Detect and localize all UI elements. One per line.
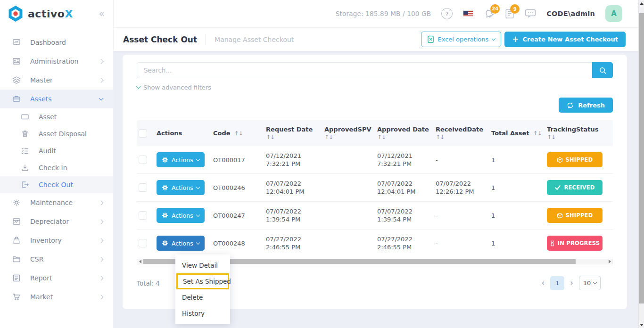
sidebar-item-maintenance[interactable]: Maintenance [0, 193, 113, 212]
trash-icon [21, 130, 29, 138]
sidebar-item-csr[interactable]: CSR [0, 250, 113, 269]
gear-icon [162, 156, 168, 163]
sidebar-item-asset-disposal[interactable]: Asset Disposal [0, 125, 113, 142]
sort-icon: ↑↓ [377, 134, 386, 140]
sort-icon: ↑↓ [234, 130, 243, 137]
excel-operations-button[interactable]: Excel operations [421, 32, 502, 47]
context-menu-item[interactable]: View Detail [175, 257, 230, 273]
notifications-button[interactable]: 24 [484, 8, 495, 19]
chevron-icon [99, 257, 104, 262]
row-checkbox[interactable] [139, 183, 147, 192]
row-actions-button[interactable]: Actions [157, 180, 205, 195]
chart-card-icon [12, 217, 21, 226]
sidebar-item-audit[interactable]: Audit [0, 142, 113, 159]
previous-page-button[interactable]: ‹ [541, 279, 545, 287]
excel-file-icon [427, 35, 434, 43]
checklist-icon [21, 147, 29, 155]
request-date-cell: 07/07/202212:04:01 PM [264, 180, 322, 196]
check-in-icon [21, 164, 29, 172]
row-actions-button[interactable]: Actions [157, 236, 205, 251]
sidebar-item-label: Audit [39, 147, 56, 155]
sidebar-item-master[interactable]: Master [0, 71, 113, 90]
context-menu-item[interactable]: Set As Shipped [176, 273, 229, 289]
avatar[interactable]: A [605, 5, 622, 22]
sidebar-item-market[interactable]: Market [0, 287, 113, 306]
vertical-scrollbar[interactable] [638, 0, 644, 328]
page-number-button[interactable]: 1 [550, 276, 564, 290]
sidebar-item-label: Report [30, 274, 52, 282]
user-menu[interactable]: CODE\admin [546, 10, 595, 17]
row-actions-button[interactable]: Actions [157, 152, 205, 167]
scroll-left-arrow[interactable] [137, 259, 143, 264]
row-checkbox[interactable] [139, 239, 147, 247]
hexagon-logo-icon [8, 5, 24, 23]
chevron-down-icon [136, 84, 141, 89]
sidebar-item-label: Master [30, 76, 53, 84]
sidebar-item-label: Administration [30, 57, 78, 65]
chevron-down-icon [196, 185, 199, 189]
column-actions: Actions [155, 130, 211, 137]
asset-icon [21, 113, 29, 121]
status-badge: SHIPPED [547, 152, 603, 167]
received-date-cell: - [434, 239, 489, 247]
brand-name: activoX [28, 8, 73, 20]
check-out-icon [21, 180, 29, 189]
sidebar-item-depreciator[interactable]: Depreciator [0, 212, 113, 231]
vertical-scroll-thumb[interactable] [639, 13, 644, 303]
row-checkbox[interactable] [139, 156, 147, 164]
row-actions-button[interactable]: Actions [157, 208, 205, 223]
row-checkbox[interactable] [139, 211, 147, 220]
code-cell: OT000247 [211, 212, 264, 219]
scroll-down-arrow[interactable] [639, 321, 644, 328]
column-total-asset[interactable]: Total Asset↑↓ [489, 130, 545, 137]
table-body: Actions OT000017 07/12/20217:32:21 PM 07… [137, 146, 613, 257]
column-code[interactable]: Code↑↓ [211, 130, 264, 137]
column-approved-spv[interactable]: ApprovedSPV↑↓ [322, 126, 375, 140]
sidebar-item-assets[interactable]: Assets [0, 90, 113, 108]
next-page-button[interactable]: › [570, 279, 573, 287]
total-asset-cell: 1 [489, 184, 545, 191]
sort-icon: ↑↓ [436, 134, 444, 140]
folder-icon [12, 255, 21, 263]
sidebar-item-label: Asset [39, 113, 57, 121]
sidebar-item-check-in[interactable]: Check In [0, 159, 113, 176]
help-icon[interactable]: ? [441, 8, 453, 19]
sidebar-item-report[interactable]: Report [0, 269, 113, 287]
message-count-badge: 9 [510, 4, 520, 14]
chat-button[interactable] [525, 9, 536, 18]
select-all-checkbox[interactable] [139, 129, 147, 138]
sidebar-item-inventory[interactable]: Inventory [0, 231, 113, 250]
code-cell: OT000246 [211, 184, 264, 191]
show-advanced-filters-toggle[interactable]: Show advanced filters [137, 84, 211, 91]
scroll-right-arrow[interactable] [607, 259, 612, 264]
scroll-up-arrow[interactable] [639, 0, 644, 7]
column-request-date[interactable]: Request Date↑↓ [264, 126, 322, 140]
sidebar-item-asset[interactable]: Asset [0, 108, 113, 125]
column-tracking-status[interactable]: TrackingStatus↑↓ [545, 126, 613, 140]
language-flag-icon[interactable] [463, 10, 473, 17]
titlebar: Asset Check Out Manage Asset Checkout Ex… [113, 27, 638, 51]
tracking-status-cell: SHIPPED [545, 152, 613, 167]
sidebar-item-administration[interactable]: Administration [0, 52, 113, 71]
pagination: ‹ 1 › 10 [541, 276, 601, 290]
context-menu-item[interactable]: History [175, 305, 230, 321]
sidebar-item-check-out[interactable]: Check Out [0, 176, 113, 193]
app-logo: activoX [8, 5, 73, 23]
context-menu-item[interactable]: Delete [175, 289, 230, 305]
messages-button[interactable]: 9 [505, 8, 514, 19]
sidebar-collapse-icon[interactable]: « [99, 9, 105, 19]
search-input[interactable] [137, 62, 613, 78]
page-size-select[interactable]: 10 [579, 276, 601, 290]
page-subtitle: Manage Asset Checkout [215, 36, 294, 43]
chevron-icon [99, 238, 104, 243]
sidebar-item-dashboard[interactable]: Dashboard [0, 33, 113, 52]
search-button[interactable] [592, 62, 613, 78]
column-received-date[interactable]: ReceivedDate↑↓ [434, 126, 489, 140]
topbar: Storage: 185.89 MB / 100 GB ? 24 9 [113, 0, 638, 27]
sidebar-item-label: Market [30, 293, 53, 301]
report-icon [12, 274, 21, 282]
column-approved-date[interactable]: Approved Date↑↓ [375, 126, 434, 140]
create-new-asset-checkout-button[interactable]: + Create New Asset Checkout [504, 32, 626, 47]
refresh-button[interactable]: Refresh [559, 98, 613, 113]
hourglass-icon [550, 240, 555, 246]
